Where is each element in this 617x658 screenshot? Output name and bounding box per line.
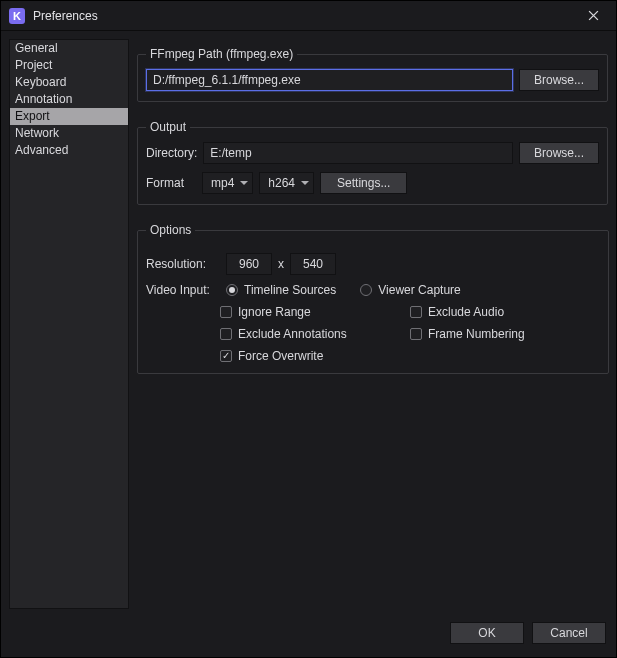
frame-numbering-label: Frame Numbering xyxy=(428,327,525,341)
ffmpeg-path-input[interactable] xyxy=(146,69,513,91)
sidebar-item-export[interactable]: Export xyxy=(10,108,128,125)
timeline-sources-radio[interactable] xyxy=(226,284,238,296)
codec-combo[interactable]: h264 xyxy=(259,172,314,194)
frame-numbering-checkbox[interactable] xyxy=(410,328,422,340)
codec-value: h264 xyxy=(268,176,295,190)
cancel-button[interactable]: Cancel xyxy=(532,622,606,644)
content-panel: FFmpeg Path (ffmpeg.exe) Browse... Outpu… xyxy=(137,39,608,609)
exclude-annotations-checkbox[interactable] xyxy=(220,328,232,340)
ok-button[interactable]: OK xyxy=(450,622,524,644)
titlebar: K Preferences xyxy=(1,1,616,31)
container-value: mp4 xyxy=(211,176,234,190)
sidebar-item-network[interactable]: Network xyxy=(10,125,128,142)
chevron-down-icon xyxy=(301,181,309,185)
sidebar-item-annotation[interactable]: Annotation xyxy=(10,91,128,108)
exclude-audio-checkbox[interactable] xyxy=(410,306,422,318)
force-overwrite-checkbox[interactable]: ✓ xyxy=(220,350,232,362)
sidebar-item-project[interactable]: Project xyxy=(10,57,128,74)
resolution-label: Resolution: xyxy=(146,257,220,271)
app-logo: K xyxy=(9,8,25,24)
sidebar-item-advanced[interactable]: Advanced xyxy=(10,142,128,159)
exclude-audio-label: Exclude Audio xyxy=(428,305,504,319)
container-combo[interactable]: mp4 xyxy=(202,172,253,194)
dialog-footer: OK Cancel xyxy=(1,617,616,657)
output-legend: Output xyxy=(146,120,190,134)
options-group: Options Resolution: x Video Input: Timel… xyxy=(137,223,609,374)
resolution-separator: x xyxy=(278,257,284,271)
force-overwrite-label: Force Overwrite xyxy=(238,349,323,363)
options-legend: Options xyxy=(146,223,195,237)
ffmpeg-browse-button[interactable]: Browse... xyxy=(519,69,599,91)
timeline-sources-label: Timeline Sources xyxy=(244,283,336,297)
close-button[interactable] xyxy=(578,1,608,31)
ignore-range-checkbox[interactable] xyxy=(220,306,232,318)
resolution-height-input[interactable] xyxy=(290,253,336,275)
exclude-annotations-label: Exclude Annotations xyxy=(238,327,347,341)
sidebar-item-keyboard[interactable]: Keyboard xyxy=(10,74,128,91)
window-title: Preferences xyxy=(33,9,98,23)
category-sidebar: GeneralProjectKeyboardAnnotationExportNe… xyxy=(9,39,129,609)
sidebar-item-general[interactable]: General xyxy=(10,40,128,57)
directory-label: Directory: xyxy=(146,146,197,160)
chevron-down-icon xyxy=(240,181,248,185)
output-group: Output Directory: Browse... Format mp4 h… xyxy=(137,120,608,205)
format-label: Format xyxy=(146,176,196,190)
ignore-range-label: Ignore Range xyxy=(238,305,311,319)
viewer-capture-radio[interactable] xyxy=(360,284,372,296)
ffmpeg-legend: FFmpeg Path (ffmpeg.exe) xyxy=(146,47,297,61)
directory-browse-button[interactable]: Browse... xyxy=(519,142,599,164)
directory-input[interactable] xyxy=(203,142,513,164)
viewer-capture-label: Viewer Capture xyxy=(378,283,461,297)
format-settings-button[interactable]: Settings... xyxy=(320,172,407,194)
ffmpeg-group: FFmpeg Path (ffmpeg.exe) Browse... xyxy=(137,47,608,102)
resolution-width-input[interactable] xyxy=(226,253,272,275)
close-icon xyxy=(588,10,599,21)
video-input-label: Video Input: xyxy=(146,283,220,297)
